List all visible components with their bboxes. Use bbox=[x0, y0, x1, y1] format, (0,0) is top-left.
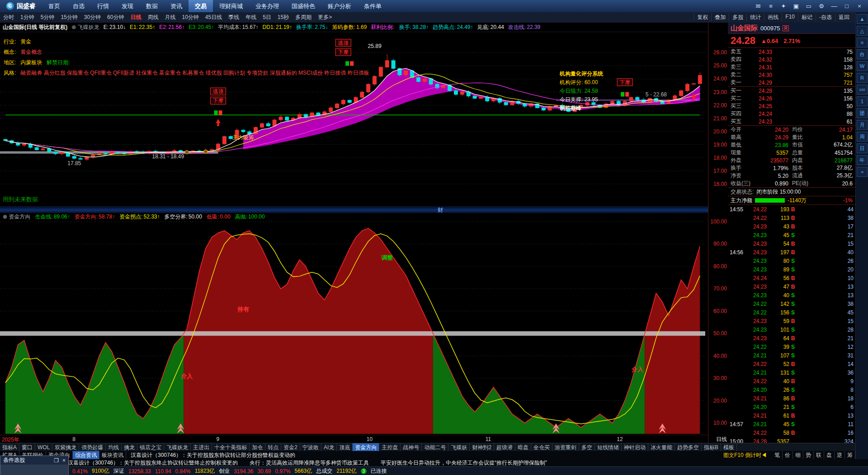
strip-icon-11[interactable]: 日 bbox=[857, 143, 868, 153]
indicator-tab-冰火量能[interactable]: 冰火量能 bbox=[648, 443, 675, 451]
indicator-tab-指标B[interactable]: 指标B bbox=[702, 443, 721, 451]
quote-tab-势[interactable]: 势 bbox=[803, 451, 814, 459]
period-1分钟[interactable]: 1分钟 bbox=[17, 14, 38, 21]
book-row[interactable]: 买一24.28135 bbox=[728, 86, 855, 95]
indicator-tab-镇店之宝[interactable]: 镇店之宝 bbox=[137, 443, 164, 451]
book-row[interactable]: 卖一24.29721 bbox=[728, 79, 855, 86]
condition-picker-window[interactable]: 条件选股 ❐× bbox=[0, 456, 69, 475]
indicator-tab-游资重剑[interactable]: 游资重剑 bbox=[552, 443, 579, 451]
indicator-tab-多空[interactable]: 多空 bbox=[579, 443, 595, 451]
book-row[interactable]: 卖四24.32158 bbox=[728, 56, 855, 63]
indicator-tab-财神到2[interactable]: 财神到2 bbox=[470, 443, 494, 451]
menu-item-0[interactable]: 首页 bbox=[42, 0, 66, 12]
menu-item-1[interactable]: 自选 bbox=[66, 0, 91, 12]
gift-icon[interactable]: ▣ bbox=[792, 3, 800, 10]
period-年线[interactable]: 年线 bbox=[242, 14, 259, 21]
candlestick-chart[interactable]: 逃顶下摩逃顶下摩下摩17.8518.31 - 18.49主力吸筹25.895 -… bbox=[0, 32, 708, 206]
period-10分钟[interactable]: 10分钟 bbox=[179, 14, 202, 21]
toolbar-标记[interactable]: 标记 bbox=[798, 14, 816, 21]
indicator-tab-顶底[interactable]: 顶底 bbox=[337, 443, 353, 451]
money-direction-chart[interactable]: 介入持有调整介入 bbox=[0, 221, 708, 435]
period-15分钟[interactable]: 15分钟 bbox=[57, 14, 80, 21]
period-5分钟[interactable]: 5分钟 bbox=[38, 14, 58, 21]
period-分时[interactable]: 分时 bbox=[0, 14, 17, 21]
indicator-tab-超级潜[interactable]: 超级潜 bbox=[494, 443, 515, 451]
tools-icon[interactable]: ✦ bbox=[779, 3, 788, 10]
indicator-tab-短线情绪[interactable]: 短线情绪 bbox=[595, 443, 622, 451]
news-item[interactable]: 平安好医生今日异动拉升，中央经济工作会议提“推行长期护理保险制” bbox=[381, 459, 547, 466]
strip-icon-7[interactable]: 1 bbox=[857, 96, 868, 106]
strip-icon-6[interactable]: 100 bbox=[857, 85, 868, 95]
message-icon[interactable]: ✉ bbox=[754, 3, 762, 10]
monitor-icon[interactable]: ▭ bbox=[805, 3, 813, 10]
period-5日[interactable]: 5日 bbox=[259, 14, 274, 21]
toolbar--自选[interactable]: -自选 bbox=[816, 14, 835, 21]
news-item[interactable]: 汉嘉设计（300746）：关于控股股东终止协议转让暨终止控制权变更的 bbox=[68, 459, 238, 466]
restore-icon[interactable]: ❐ bbox=[54, 457, 59, 464]
indicator-tab-窗口[interactable]: 窗口 bbox=[19, 443, 35, 451]
book-row[interactable]: 买五24.2361 bbox=[728, 118, 855, 125]
menu-item-8[interactable]: 业务办理 bbox=[249, 0, 285, 12]
quote-tab-价[interactable]: 价 bbox=[783, 451, 793, 459]
book-row[interactable]: 买二24.26156 bbox=[728, 95, 855, 102]
period-多周期[interactable]: 多周期 bbox=[292, 14, 315, 21]
book-row[interactable]: 卖三24.31128 bbox=[728, 63, 855, 71]
book-row[interactable]: 买四24.2488 bbox=[728, 110, 855, 118]
toolbar-F10[interactable]: F10 bbox=[782, 14, 798, 21]
osc-title[interactable]: ⊗ 资金方向 bbox=[3, 213, 30, 221]
strip-icon-9[interactable]: 月 bbox=[857, 120, 868, 130]
indicator-tab-全仓买[interactable]: 全仓买 bbox=[531, 443, 552, 451]
period-15秒[interactable]: 15秒 bbox=[274, 14, 292, 21]
menu-item-3[interactable]: 发现 bbox=[115, 0, 140, 12]
menu-item-7[interactable]: 理财商城 bbox=[213, 0, 249, 12]
indicator-tab-暗盘[interactable]: 暗盘 bbox=[515, 443, 531, 451]
strip-icon-3[interactable]: 自 bbox=[857, 49, 868, 59]
quote-tab-逆[interactable]: 逆 bbox=[835, 451, 845, 459]
period-月线[interactable]: 月线 bbox=[161, 14, 179, 21]
menu-item-4[interactable]: 数据 bbox=[140, 0, 164, 12]
period-周线[interactable]: 周线 bbox=[144, 14, 161, 21]
strip-icon-4[interactable]: W bbox=[857, 61, 868, 71]
strip-icon-1[interactable]: △ bbox=[857, 26, 868, 36]
quote-tab-笔[interactable]: 笔 bbox=[772, 451, 783, 459]
quote-tab-盘[interactable]: 盘 bbox=[824, 451, 835, 459]
list-icon[interactable]: ≡ bbox=[767, 3, 775, 10]
indicator-tab-资金2[interactable]: 资金2 bbox=[281, 443, 300, 451]
indicator-tab-十全十美指标[interactable]: 十全十美指标 bbox=[212, 443, 250, 451]
book-row[interactable]: 卖五24.3375 bbox=[728, 48, 855, 56]
strip-icon-12[interactable]: 年 bbox=[857, 155, 868, 165]
indicator-tab-动能二号[interactable]: 动能二号 bbox=[422, 443, 448, 451]
minimize-icon[interactable]: — bbox=[830, 3, 838, 10]
period-30分钟[interactable]: 30分钟 bbox=[81, 14, 104, 21]
f10-countdown[interactable]: 图文F10 倒计时◀ bbox=[723, 451, 767, 459]
news-item[interactable]: 汉嘉设计（300746）：关于控股股东协议转让部分股份暨权益变动的 bbox=[131, 451, 295, 459]
settings-icon[interactable]: ⚙ bbox=[817, 3, 826, 10]
strip-icon-0[interactable]: ▲ bbox=[857, 14, 868, 24]
ext-tab-板块资讯[interactable]: 板块资讯 bbox=[99, 451, 126, 459]
indicator-tab-指标A[interactable]: 指标A bbox=[0, 443, 19, 451]
period-60分钟[interactable]: 60分钟 bbox=[104, 14, 127, 21]
maximize-icon[interactable]: □ bbox=[843, 3, 851, 10]
ext-tab-综合资讯[interactable]: 综合资讯 bbox=[73, 451, 99, 459]
indicator-tab-转点[interactable]: 转点 bbox=[265, 443, 281, 451]
period-45日线[interactable]: 45日线 bbox=[202, 14, 225, 21]
quote-tab-联[interactable]: 联 bbox=[814, 451, 824, 459]
indicator-tab-擒龙[interactable]: 擒龙 bbox=[122, 443, 137, 451]
news-item[interactable]: 央行：灵活高效运用降准降息等多种货币政策工具 bbox=[250, 459, 369, 466]
indicator-tab-双紫擒龙[interactable]: 双紫擒龙 bbox=[52, 443, 79, 451]
indicator-tab-AI龙[interactable]: AI龙 bbox=[321, 443, 337, 451]
period-更多>[interactable]: 更多> bbox=[315, 14, 335, 21]
indicator-tab-趋势多空[interactable]: 趋势多空 bbox=[675, 443, 702, 451]
indicator-tab-战神号[interactable]: 战神号 bbox=[401, 443, 422, 451]
indicator-tab-均线[interactable]: 均线 bbox=[106, 443, 122, 451]
toolbar-画线[interactable]: 画线 bbox=[764, 14, 782, 21]
quote-tab-筹[interactable]: 筹 bbox=[845, 451, 855, 459]
indicator-tab-飞碟妖[interactable]: 飞碟妖 bbox=[448, 443, 470, 451]
strip-icon-10[interactable]: 周 bbox=[857, 132, 868, 142]
strip-icon-8[interactable]: 团 bbox=[857, 108, 868, 118]
indicator-chip[interactable]: ⊗ 飞碟妖龙 bbox=[71, 24, 99, 31]
indicator-tab-加仓[interactable]: 加仓 bbox=[250, 443, 265, 451]
menu-item-5[interactable]: 资讯 bbox=[164, 0, 189, 12]
menu-item-9[interactable]: 国盛特色 bbox=[285, 0, 321, 12]
menu-item-10[interactable]: 账户分析 bbox=[321, 0, 358, 12]
